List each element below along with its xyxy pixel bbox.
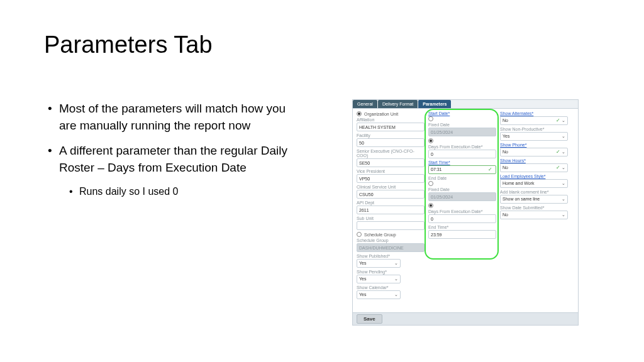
tab-bar: General Delivery Format Parameters: [353, 100, 578, 108]
affiliation-input[interactable]: HEALTH SYSTEM: [357, 123, 425, 131]
column-organization: Organization Unit Affiliation HEALTH SYS…: [357, 111, 425, 310]
show-calendar-label: Show Calendar*: [357, 285, 425, 290]
panel-body: Organization Unit Affiliation HEALTH SYS…: [353, 108, 578, 315]
radio-off-icon: [357, 232, 362, 237]
tab-parameters[interactable]: Parameters: [418, 100, 451, 108]
end-date-label: End Date: [428, 176, 496, 180]
days-from-exec2-label: Days From Execution Date*: [428, 209, 496, 214]
show-phone-label[interactable]: Show Phone*: [500, 143, 568, 147]
org-unit-label: Organization Unit: [364, 112, 398, 116]
show-date-sub-label: Show Date Submitted*: [500, 206, 568, 210]
check-icon: ✓: [556, 165, 560, 170]
column-show-options: Show Alternates* No ✓⌄ Show Non-Producti…: [500, 111, 568, 310]
radio-off-icon[interactable]: [428, 116, 433, 121]
start-time-input[interactable]: 07:31 ✓: [428, 165, 496, 174]
show-phone-select[interactable]: No ✓⌄: [500, 148, 568, 156]
load-emp-value: Home and Work: [502, 180, 534, 187]
sub-unit-input[interactable]: [357, 221, 425, 230]
sched-group-label: Schedule Group: [357, 238, 425, 243]
chevron-down-icon: ⌄: [562, 118, 565, 123]
radio-on-icon: [357, 111, 362, 116]
chevron-down-icon: ⌄: [562, 165, 565, 170]
start-time-label[interactable]: Start Time*: [428, 160, 496, 165]
facility-input[interactable]: 50: [357, 138, 425, 147]
sched-group-radio-label: Schedule Group: [364, 233, 396, 237]
show-nonprod-label: Show Non-Productive*: [500, 127, 568, 131]
csu-label: Clinical Service Unit: [357, 185, 425, 189]
radio-off-icon[interactable]: [428, 181, 433, 186]
senior-exec-input[interactable]: SE50: [357, 158, 425, 167]
show-pending-label: Show Pending*: [357, 270, 425, 274]
csu-input[interactable]: CSU50: [357, 190, 425, 199]
fixed-date2-input: 01/25/2024: [428, 192, 496, 201]
add-blank-label: Add blank comment line*: [500, 190, 568, 194]
check-icon: ✓: [556, 149, 560, 155]
chevron-down-icon: ⌄: [562, 212, 565, 218]
parameters-panel: General Delivery Format Parameters Organ…: [352, 99, 579, 326]
column-dates: Start Date* Fixed Date 01/25/2024 Days F…: [428, 111, 496, 310]
affiliation-label: Affiliation: [357, 118, 425, 122]
vp-input[interactable]: VP50: [357, 174, 425, 183]
show-published-value: Yes: [359, 260, 366, 266]
show-published-label: Show Published*: [357, 254, 425, 258]
show-hours-select[interactable]: No ✓⌄: [500, 163, 568, 172]
senior-exec-label: Senior Executive (CNO-CFO-COO): [357, 149, 425, 158]
fixed-date-input: 01/25/2024: [428, 128, 496, 136]
show-date-sub-value: No: [502, 212, 508, 218]
sched-group-radio-row[interactable]: Schedule Group: [357, 232, 425, 237]
api-dept-input[interactable]: 2611: [357, 206, 425, 214]
end-time-label: End Time*: [428, 225, 496, 229]
fixed-date-label: Fixed Date: [428, 123, 496, 127]
check-icon: ✓: [488, 167, 492, 173]
chevron-down-icon: ⌄: [562, 196, 565, 202]
api-dept-label: API Dept: [357, 200, 425, 205]
days-from-exec2-input[interactable]: 0: [428, 214, 496, 223]
bullet-list: Most of the parameters will match how yo…: [44, 101, 296, 199]
show-published-select[interactable]: Yes ⌄: [357, 259, 401, 268]
save-button[interactable]: Save: [357, 314, 382, 324]
tab-delivery-format[interactable]: Delivery Format: [378, 100, 418, 108]
start-date-label[interactable]: Start Date*: [428, 111, 496, 116]
show-pending-select[interactable]: Yes ⌄: [357, 275, 401, 283]
vp-label: Vice President: [357, 169, 425, 173]
show-nonprod-select[interactable]: Yes ⌄: [500, 132, 568, 141]
show-alternates-value: No: [502, 118, 508, 124]
days-from-exec-input[interactable]: 0: [428, 150, 496, 158]
add-blank-select[interactable]: Show on same line ⌄: [500, 195, 568, 204]
show-alternates-select[interactable]: No ✓⌄: [500, 116, 568, 125]
show-calendar-value: Yes: [359, 292, 366, 298]
days-from-exec-label: Days From Execution Date*: [428, 145, 496, 149]
org-unit-radio-row[interactable]: Organization Unit: [357, 111, 425, 116]
show-phone-value: No: [502, 149, 508, 155]
show-nonprod-value: Yes: [502, 133, 509, 140]
show-alternates-label[interactable]: Show Alternates*: [500, 111, 568, 116]
show-hours-label[interactable]: Show Hours*: [500, 158, 568, 163]
chevron-down-icon: ⌄: [394, 276, 398, 282]
show-pending-value: Yes: [359, 276, 366, 282]
facility-label: Facility: [357, 133, 425, 138]
bullet-1: Most of the parameters will match how yo…: [44, 101, 296, 134]
chevron-down-icon: ⌄: [562, 133, 565, 140]
show-date-sub-select[interactable]: No ⌄: [500, 211, 568, 219]
bullet-2: A different parameter than the regular D…: [44, 143, 296, 176]
save-bar: Save: [353, 312, 578, 325]
chevron-down-icon: ⌄: [394, 292, 398, 298]
fixed-date2-label: Fixed Date: [428, 187, 496, 192]
end-time-input[interactable]: 23:59: [428, 230, 496, 239]
show-hours-value: No: [502, 165, 508, 171]
sub-unit-label: Sub Unit: [357, 216, 425, 221]
bullet-2a: Runs daily so I used 0: [44, 185, 296, 199]
chevron-down-icon: ⌄: [562, 180, 565, 187]
tab-general[interactable]: General: [353, 100, 377, 108]
radio-on-icon[interactable]: [428, 203, 433, 208]
chevron-down-icon: ⌄: [562, 150, 565, 154]
start-time-value: 07:31: [431, 167, 442, 173]
load-emp-select[interactable]: Home and Work ⌄: [500, 179, 568, 188]
check-icon: ✓: [556, 118, 560, 123]
show-calendar-select[interactable]: Yes ⌄: [357, 290, 401, 299]
chevron-down-icon: ⌄: [394, 260, 398, 266]
sched-group-input: DASH/DUHMEDICINE: [357, 243, 425, 252]
radio-on-icon[interactable]: [428, 138, 433, 143]
add-blank-value: Show on same line: [502, 196, 540, 202]
load-emp-label[interactable]: Load Employees Style*: [500, 174, 568, 178]
